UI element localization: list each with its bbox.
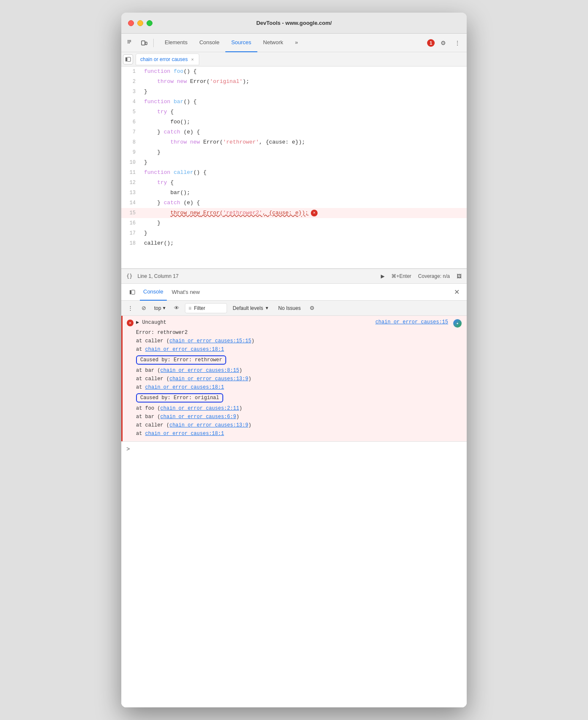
link-bar-6-9[interactable]: chain or error causes:6:9 (160, 414, 236, 420)
svg-rect-11 (127, 57, 131, 61)
tab-elements[interactable]: Elements (159, 34, 193, 52)
code-line-10: 10 } (121, 157, 467, 168)
link-bar-8-15[interactable]: chain or error causes:8:15 (160, 368, 239, 373)
code-line-8: 8 throw new Error('rethrower', {cause: e… (121, 137, 467, 147)
braces-icon[interactable]: {} (126, 273, 132, 279)
code-line-3: 3 } (121, 87, 467, 97)
cb2-stack-line-bar-6: at bar (chain or error causes:6:9) (127, 413, 462, 421)
console-header-right: ✕ (452, 287, 462, 297)
link-18-1[interactable]: chain or error causes:18:1 (145, 347, 224, 352)
code-line-7: 7 } catch (e) { (121, 127, 467, 137)
link-cb2-18-1[interactable]: chain or error causes:18:1 (145, 431, 224, 437)
status-bar: {} Line 1, Column 17 ▶ ⌘+Enter Coverage:… (121, 269, 467, 284)
filter-icon: ≡ (189, 305, 192, 311)
error-badge: 1 (427, 39, 435, 47)
file-tabbar: chain or error causes × (121, 52, 467, 67)
cursor-position: Line 1, Column 17 (137, 273, 178, 279)
console-input-row: > (121, 441, 467, 456)
svg-rect-2 (128, 41, 128, 42)
caused-by-box-1: Caused by: Error: rethrower (136, 355, 226, 365)
code-line-12: 12 try { (121, 178, 467, 188)
console-options-btn[interactable]: ⋮ (125, 303, 136, 314)
screenshot-icon[interactable]: 🖼 (457, 273, 462, 279)
sidebar-toggle-btn[interactable] (123, 54, 133, 64)
more-options-btn[interactable]: ⋮ (452, 37, 463, 49)
svg-rect-13 (131, 290, 135, 294)
code-line-11: 11 function caller() { (121, 168, 467, 178)
top-context-selector[interactable]: top ▼ (152, 304, 169, 312)
devtools-window: DevTools - www.google.com/ (121, 13, 467, 707)
console-close-btn[interactable]: ✕ (452, 287, 462, 297)
tab-sources[interactable]: Sources (225, 34, 257, 52)
device-toggle-btn[interactable] (138, 37, 150, 49)
toolbar-right: 1 ⚙ ⋮ (427, 37, 463, 49)
link-caller-13-9[interactable]: chain or error causes:13:9 (169, 376, 248, 382)
console-error-title: ▶ Uncaught (136, 319, 373, 325)
toolbar-divider-1 (153, 39, 154, 47)
svg-rect-0 (128, 40, 128, 41)
cb2-stack-line-foo-2: at foo (chain or error causes:2:11) (127, 404, 462, 413)
maximize-button[interactable] (147, 20, 152, 26)
run-shortcut: ⌘+Enter (391, 273, 412, 279)
tab-console[interactable]: Console (193, 34, 225, 52)
tab-nav: Elements Console Sources Network » (159, 34, 304, 52)
link-cb1-18-1[interactable]: chain or error causes:18:1 (145, 384, 224, 390)
link-cb2-caller-13-9[interactable]: chain or error causes:13:9 (169, 422, 248, 428)
console-sidebar-toggle-btn[interactable] (126, 286, 138, 298)
traffic-lights (128, 20, 152, 26)
default-levels-arrow: ▼ (265, 306, 269, 310)
file-tab-label: chain or error causes (140, 56, 188, 62)
error-source-link-header[interactable]: chain or error causes:15 (375, 319, 448, 325)
link-caller-15-15[interactable]: chain or error causes:15:15 (169, 338, 251, 344)
tab-more[interactable]: » (289, 34, 304, 52)
caused-by-box-2: Caused by: Error: original (136, 393, 223, 403)
svg-rect-3 (129, 41, 130, 42)
code-line-17: 17 } (121, 228, 467, 238)
coverage-label: Coverage: n/a (418, 273, 450, 279)
svg-rect-10 (126, 57, 127, 61)
filter-label: Filter (194, 305, 206, 311)
tab-console-active[interactable]: Console (140, 284, 167, 301)
run-icon[interactable]: ▶ (381, 273, 385, 279)
tab-whats-new[interactable]: What's new (168, 284, 203, 301)
code-line-2: 2 throw new Error('original'); (121, 77, 467, 87)
cursor-icon-btn[interactable] (125, 37, 136, 49)
console-error-header-row: ✕ ▶ Uncaught chain or error causes:15 ✦ (127, 319, 462, 328)
devtools-panel: Elements Console Sources Network » 1 ⚙ ⋮ (121, 34, 467, 707)
svg-rect-8 (142, 41, 145, 45)
clear-console-btn[interactable]: ⊘ (138, 303, 149, 314)
console-header: Console What's new ✕ (121, 284, 467, 301)
titlebar: DevTools - www.google.com/ (121, 13, 467, 34)
console-error-icon: ✕ (127, 320, 134, 326)
code-editor[interactable]: 1 function foo() { 2 throw new Error('or… (121, 67, 467, 269)
cb1-stack-line-bar-8: at bar (chain or error causes:8:15) (127, 366, 462, 375)
code-line-5: 5 try { (121, 107, 467, 117)
file-tab-chain-error[interactable]: chain or error causes × (136, 53, 199, 65)
eye-filter-btn[interactable]: 👁 (171, 303, 182, 314)
file-tab-close-btn[interactable]: × (190, 57, 195, 62)
top-label: top (154, 305, 161, 311)
error-uncaught-label: ▶ Uncaught (136, 320, 166, 325)
tab-network[interactable]: Network (257, 34, 289, 52)
svg-rect-9 (145, 42, 147, 45)
ai-assist-icon[interactable]: ✦ (453, 319, 462, 328)
console-input-field[interactable] (133, 446, 462, 452)
cb1-stack-line-18: at chain or error causes:18:1 (127, 383, 462, 392)
settings-btn[interactable]: ⚙ (437, 37, 449, 49)
svg-rect-5 (130, 41, 131, 42)
error-count-wrapper[interactable]: 1 (427, 39, 435, 47)
console-toolbar: ⋮ ⊘ top ▼ 👁 ≡ Filter Default levels ▼ No… (121, 301, 467, 316)
code-line-6: 6 foo(); (121, 117, 467, 127)
console-output: ✕ ▶ Uncaught chain or error causes:15 ✦ … (121, 316, 467, 707)
stack-line-caller-15: at caller (chain or error causes:15:15) (127, 337, 462, 345)
console-error-block: ✕ ▶ Uncaught chain or error causes:15 ✦ … (121, 316, 467, 441)
close-button[interactable] (128, 20, 134, 26)
default-levels-btn[interactable]: Default levels ▼ (230, 304, 273, 312)
minimize-button[interactable] (137, 20, 143, 26)
filter-input-wrapper[interactable]: ≡ Filter (185, 303, 227, 313)
code-line-9: 9 } (121, 147, 467, 157)
console-settings-btn[interactable]: ⚙ (307, 303, 318, 314)
link-foo-2-11[interactable]: chain or error causes:2:11 (160, 405, 239, 411)
code-line-1: 1 function foo() { (121, 67, 467, 77)
no-issues-btn[interactable]: No Issues (275, 304, 304, 312)
